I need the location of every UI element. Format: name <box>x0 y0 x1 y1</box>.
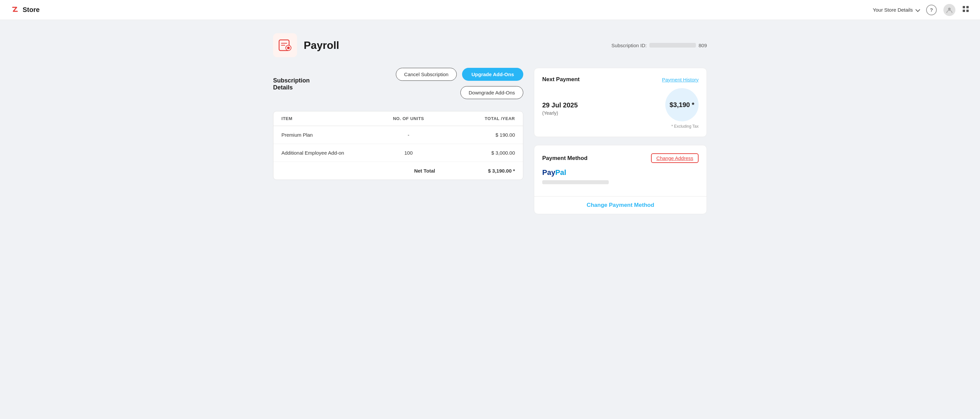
next-payment-title: Next Payment <box>542 76 579 83</box>
nav-right: Your Store Details ? <box>873 4 969 16</box>
paypal-email-blur <box>542 180 609 184</box>
brand-name: Store <box>22 6 40 14</box>
payment-date-section: 29 Jul 2025 (Yearly) <box>542 102 578 116</box>
change-payment-method-button[interactable]: Change Payment Method <box>534 196 706 214</box>
zoho-logo <box>11 5 20 14</box>
table-row: Premium Plan - $ 190.00 <box>274 126 523 144</box>
subscription-id-blur <box>649 43 696 48</box>
page-header-left: Payroll <box>273 33 339 57</box>
svg-rect-4 <box>963 10 965 12</box>
help-button[interactable]: ? <box>926 5 937 15</box>
payment-method-header: Payment Method Change Address <box>542 153 698 163</box>
svg-rect-0 <box>11 5 20 14</box>
nav-left: Store <box>11 5 40 14</box>
amount-value: $3,190 * <box>670 101 695 109</box>
excluding-tax: * Excluding Tax <box>671 124 698 129</box>
action-buttons: Cancel Subscription Upgrade Add-Ons Down… <box>330 68 523 99</box>
row1-units: - <box>375 132 442 138</box>
next-payment-body: 29 Jul 2025 (Yearly) $3,190 * * Excludin… <box>542 88 698 129</box>
payment-history-link[interactable]: Payment History <box>662 77 698 83</box>
top-navigation: Store Your Store Details ? <box>0 0 980 20</box>
net-total-row: Net Total $ 3,190.00 * <box>274 162 523 179</box>
row1-item: Premium Plan <box>282 132 375 138</box>
grid-icon <box>962 5 969 13</box>
paypal-logo: PayPal <box>542 168 698 177</box>
col-header-units: NO. OF UNITS <box>375 116 442 121</box>
svg-point-10 <box>287 46 290 49</box>
paypal-section: PayPal <box>542 168 698 186</box>
subscription-table: ITEM NO. OF UNITS TOTAL /YEAR Premium Pl… <box>273 111 523 180</box>
payment-method-inner: Payment Method Change Address PayPal <box>534 145 706 191</box>
change-address-button[interactable]: Change Address <box>651 153 698 163</box>
payment-method-card: Payment Method Change Address PayPal Cha… <box>534 145 707 214</box>
svg-rect-3 <box>966 6 969 8</box>
chevron-down-icon <box>915 7 920 12</box>
row2-total: $ 3,000.00 <box>442 150 515 156</box>
left-column: Subscription Details Cancel Subscription… <box>273 68 523 180</box>
table-header: ITEM NO. OF UNITS TOTAL /YEAR <box>274 111 523 126</box>
subscription-id-section: Subscription ID: 809 <box>611 43 707 48</box>
section-title: Subscription Details <box>273 77 330 91</box>
row2-item: Additional Employee Add-on <box>282 150 375 156</box>
table-row: Additional Employee Add-on 100 $ 3,000.0… <box>274 144 523 162</box>
next-payment-header: Next Payment Payment History <box>542 76 698 83</box>
subscription-id-suffix: 809 <box>698 43 707 48</box>
payment-method-title: Payment Method <box>542 155 587 162</box>
col-header-item: ITEM <box>282 116 375 121</box>
main-content: Payroll Subscription ID: 809 Subscriptio… <box>257 20 723 227</box>
payment-date: 29 Jul 2025 <box>542 102 578 109</box>
row2-units: 100 <box>375 150 442 156</box>
payment-amount-bubble: $3,190 * <box>665 88 698 121</box>
net-total-value: $ 3,190.00 * <box>442 168 515 174</box>
avatar-button[interactable] <box>943 4 955 16</box>
grid-apps-button[interactable] <box>962 5 969 14</box>
payroll-icon-wrapper <box>273 33 297 57</box>
upgrade-addons-button[interactable]: Upgrade Add-Ons <box>462 68 523 81</box>
subscription-id-label: Subscription ID: <box>611 43 647 48</box>
payment-period: (Yearly) <box>542 110 578 116</box>
right-column: Next Payment Payment History 29 Jul 2025… <box>534 68 707 214</box>
downgrade-addons-button[interactable]: Downgrade Add-Ons <box>460 86 523 99</box>
content-grid: Subscription Details Cancel Subscription… <box>273 68 707 214</box>
col-header-total: TOTAL /YEAR <box>442 116 515 121</box>
row1-total: $ 190.00 <box>442 132 515 138</box>
svg-rect-5 <box>966 10 969 12</box>
cancel-subscription-button[interactable]: Cancel Subscription <box>396 68 457 81</box>
next-payment-card: Next Payment Payment History 29 Jul 2025… <box>534 68 707 137</box>
net-total-label: Net Total <box>375 168 442 174</box>
svg-point-1 <box>948 8 951 10</box>
user-icon <box>946 6 953 14</box>
svg-rect-2 <box>963 6 965 8</box>
store-details-button[interactable]: Your Store Details <box>873 7 920 13</box>
page-header: Payroll Subscription ID: 809 <box>273 33 707 57</box>
page-title: Payroll <box>304 39 339 52</box>
payroll-icon <box>277 37 293 53</box>
